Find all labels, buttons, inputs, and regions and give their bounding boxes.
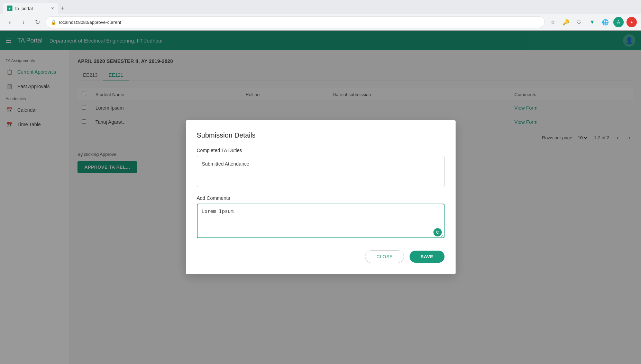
comments-textarea-wrapper: Lorem Ipsum ↻ (197, 204, 445, 239)
url-text: localhost:8080/approve-current (59, 20, 540, 25)
tab-bar: ▼ ta_portal × + (0, 0, 641, 14)
reload-button[interactable]: ↻ (32, 17, 43, 28)
tab-label: ta_portal (15, 6, 33, 11)
comments-textarea[interactable]: Lorem Ipsum (197, 204, 445, 238)
modal-overlay: Submission Details Completed TA Duties S… (0, 30, 641, 364)
completed-duties-label: Completed TA Duties (197, 148, 445, 153)
refresh-icon[interactable]: ↻ (433, 228, 442, 236)
address-bar[interactable]: 🔒 localhost:8080/approve-current (46, 16, 545, 28)
modal-title: Submission Details (197, 131, 445, 139)
add-comments-label: Add Comments (197, 195, 445, 201)
bookmark-button[interactable]: ☆ (548, 17, 558, 27)
submission-details-modal: Submission Details Completed TA Duties S… (186, 120, 456, 274)
back-button[interactable]: ‹ (4, 17, 15, 28)
extension-btn-4[interactable]: 🌐 (600, 17, 611, 27)
completed-duties-value: Submitted Attendance (197, 156, 445, 187)
extension-btn-2[interactable]: 🛡 (574, 17, 584, 27)
user-avatar-button[interactable]: A (613, 17, 624, 27)
tab-favicon: ▼ (7, 6, 12, 11)
extension-btn-3[interactable]: ▼ (587, 17, 597, 27)
browser-actions: ☆ 🔑 🛡 ▼ 🌐 A ● (548, 17, 637, 27)
forward-button[interactable]: › (18, 17, 29, 28)
extension-btn-1[interactable]: 🔑 (561, 17, 571, 27)
save-button[interactable]: SAVE (410, 251, 444, 263)
browser-chrome: ▼ ta_portal × + ‹ › ↻ 🔒 localhost:8080/a… (0, 0, 641, 31)
new-tab-button[interactable]: + (58, 4, 67, 13)
close-button[interactable]: CLOSE (365, 250, 404, 263)
omnibox-bar: ‹ › ↻ 🔒 localhost:8080/approve-current ☆… (0, 14, 641, 30)
notification-button[interactable]: ● (626, 17, 637, 27)
active-tab[interactable]: ▼ ta_portal × (3, 3, 58, 14)
lock-icon: 🔒 (51, 20, 56, 25)
tab-close-button[interactable]: × (51, 6, 54, 11)
modal-actions: CLOSE SAVE (197, 250, 445, 263)
